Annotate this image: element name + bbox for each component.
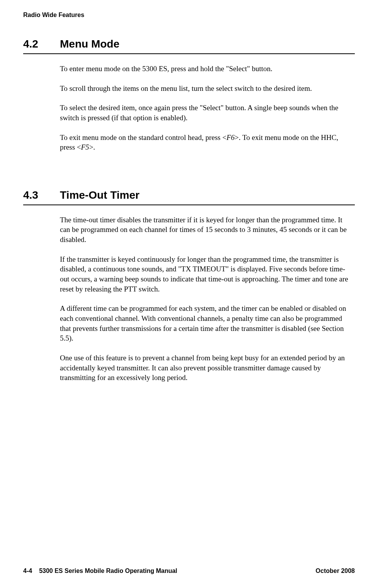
section-rule: [23, 205, 355, 205]
paragraph: To enter menu mode on the 5300 ES, press…: [60, 64, 351, 74]
text-run: >.: [89, 143, 95, 151]
footer-page-number: 4-4: [23, 568, 32, 574]
section-heading-4-2: 4.2 Menu Mode: [23, 38, 355, 50]
section-number: 4.2: [23, 38, 60, 50]
paragraph: To select the desired item, once again p…: [60, 103, 351, 123]
text-italic-f6: F6: [226, 133, 235, 141]
section-spacer: [23, 162, 355, 189]
paragraph: The time-out timer disables the transmit…: [60, 215, 351, 245]
footer-date: October 2008: [316, 568, 355, 574]
page-footer: 4-4 5300 ES Series Mobile Radio Operatin…: [23, 568, 355, 574]
paragraph: One use of this feature is to prevent a …: [60, 353, 351, 383]
paragraph: A different time can be programmed for e…: [60, 303, 351, 343]
section-title: Menu Mode: [60, 38, 119, 50]
section-body-4-3: The time-out timer disables the transmit…: [60, 215, 351, 383]
footer-manual-title: 5300 ES Series Mobile Radio Operating Ma…: [39, 568, 177, 574]
section-rule: [23, 53, 355, 54]
paragraph: If the transmitter is keyed continuously…: [60, 254, 351, 294]
page-header-title: Radio Wide Features: [23, 12, 355, 19]
footer-left: 4-4 5300 ES Series Mobile Radio Operatin…: [23, 568, 177, 574]
section-heading-4-3: 4.3 Time-Out Timer: [23, 189, 355, 201]
text-italic-f5: F5: [81, 143, 89, 151]
section-title: Time-Out Timer: [60, 189, 140, 201]
paragraph: To exit menu mode on the standard contro…: [60, 133, 351, 152]
section-number: 4.3: [23, 189, 60, 201]
paragraph: To scroll through the items on the menu …: [60, 84, 351, 94]
section-body-4-2: To enter menu mode on the 5300 ES, press…: [60, 64, 351, 152]
text-run: To exit menu mode on the standard contro…: [60, 133, 226, 141]
